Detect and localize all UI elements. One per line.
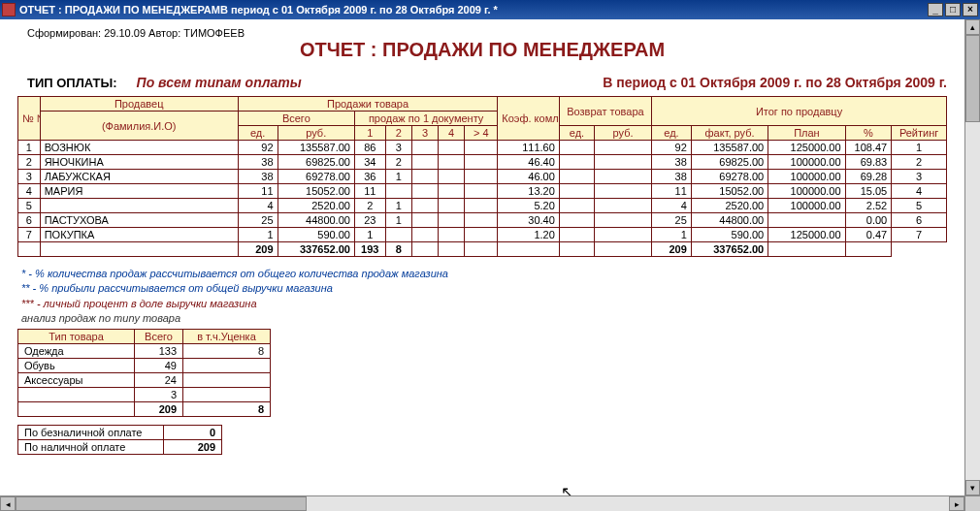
row-iplan: 125000.00: [768, 228, 845, 242]
row-iplan: 100000.00: [768, 199, 845, 213]
row-k: 30.40: [498, 213, 559, 228]
v-thumb[interactable]: [965, 35, 980, 122]
row-d4: [439, 228, 465, 242]
col-seller: Продавец: [40, 97, 238, 112]
row-ifact: 44800.00: [691, 213, 768, 228]
row-rub: 590.00: [278, 228, 354, 242]
type-total-row: 209 8: [18, 401, 271, 416]
row-red: [559, 141, 594, 155]
row-ed: 4: [238, 199, 278, 213]
h-thumb[interactable]: [16, 496, 307, 511]
row-rrub: [595, 184, 652, 199]
row-n: 6: [18, 213, 41, 228]
row-d4: [439, 141, 465, 155]
row-d1: 36: [354, 170, 385, 184]
scroll-right-button[interactable]: ▸: [949, 496, 964, 511]
paytype-value: По всем типам оплаты: [137, 75, 302, 90]
col-ifact: факт, руб.: [691, 126, 768, 141]
row-red: [559, 170, 594, 184]
row-red: [559, 199, 594, 213]
row-n: 2: [18, 155, 41, 170]
row-ied: 92: [652, 141, 692, 155]
scroll-corner: [964, 495, 980, 511]
vertical-scrollbar[interactable]: ▴ ▾: [964, 19, 980, 495]
table-row[interactable]: 1ВОЗНЮК92135587.00863111.6092135587.0012…: [18, 141, 947, 155]
table-row[interactable]: 3ЛАБУЖСКАЯ3869278.0036146.003869278.0010…: [18, 170, 947, 184]
row-d5: [465, 141, 498, 155]
row-d2: 3: [385, 141, 411, 155]
row-red: [559, 184, 594, 199]
type-name: Обувь: [18, 358, 135, 372]
row-ed: 38: [238, 170, 278, 184]
row-ifact: 2520.00: [691, 199, 768, 213]
row-rank: 3: [892, 170, 947, 184]
row-iplan: 100000.00: [768, 170, 845, 184]
h-track[interactable]: [16, 496, 949, 511]
scroll-left-button[interactable]: ◂: [0, 496, 16, 511]
col-complex: Коэф. комлекс-ности: [498, 97, 559, 141]
row-n: 3: [18, 170, 41, 184]
scroll-up-button[interactable]: ▴: [965, 19, 980, 35]
type-row: Обувь49: [18, 358, 271, 372]
table-row[interactable]: 7ПОКУПКА1590.0011.201590.00125000.000.47…: [18, 228, 947, 242]
row-ed: 11: [238, 184, 278, 199]
type-h3: в т.ч.Уценка: [183, 329, 271, 343]
scroll-down-button[interactable]: ▾: [965, 480, 980, 495]
totals-row: 209 337652.00 193 8 209 337652.00: [18, 242, 947, 257]
col-ed: ед.: [238, 126, 278, 141]
pay-cashless-label: По безналичной оплате: [18, 425, 164, 439]
note-1: * - % количества продаж рассчитывается о…: [21, 267, 947, 281]
row-d2: [385, 228, 411, 242]
col-d1: 1: [354, 126, 385, 141]
row-rub: 2520.00: [278, 199, 354, 213]
report-title: ОТЧЕТ : ПРОДАЖИ ПО МЕНЕДЖЕРАМ: [17, 39, 947, 61]
tot-d2: 8: [385, 242, 411, 257]
horizontal-scrollbar[interactable]: ◂ ▸: [0, 495, 964, 511]
col-perdoc: продаж по 1 документу: [354, 112, 497, 126]
row-rrub: [595, 155, 652, 170]
table-row[interactable]: 4МАРИЯ1115052.001113.201115052.00100000.…: [18, 184, 947, 199]
minimize-button[interactable]: _: [928, 3, 943, 16]
row-iplan: 100000.00: [768, 184, 845, 199]
app-icon: [2, 3, 16, 16]
row-d3: [411, 141, 438, 155]
row-ipct: 69.28: [845, 170, 892, 184]
col-ied: ед.: [652, 126, 692, 141]
row-d4: [439, 213, 465, 228]
row-rub: 69825.00: [278, 155, 354, 170]
row-d3: [411, 228, 438, 242]
period-value: В период с 01 Октября 2009 г. по 28 Октя…: [603, 75, 947, 90]
col-d5: > 4: [465, 126, 498, 141]
type-row: 3: [18, 387, 271, 401]
row-ifact: 69278.00: [691, 170, 768, 184]
main-table: № № Продавец Продажи товара Коэф. комлек…: [17, 96, 947, 257]
row-n: 1: [18, 141, 41, 155]
row-rub: 15052.00: [278, 184, 354, 199]
row-k: 46.00: [498, 170, 559, 184]
row-d3: [411, 184, 438, 199]
close-button[interactable]: ×: [963, 3, 978, 16]
table-row[interactable]: 6ПАСТУХОВА2544800.0023130.402544800.000.…: [18, 213, 947, 228]
v-track[interactable]: [965, 35, 980, 480]
type-name: Одежда: [18, 343, 135, 358]
type-b: [183, 358, 271, 372]
row-d3: [411, 213, 438, 228]
maximize-button[interactable]: □: [945, 3, 961, 16]
filter-row: ТИП ОПЛАТЫ: По всем типам оплаты В перио…: [27, 75, 947, 90]
col-iplan: План: [768, 126, 845, 141]
row-name: ПАСТУХОВА: [40, 213, 238, 228]
row-rank: 6: [892, 213, 947, 228]
col-d4: 4: [439, 126, 465, 141]
row-rrub: [595, 141, 652, 155]
table-row[interactable]: 5ШУШКАРЕЕВА42520.00215.2042520.00100000.…: [18, 199, 947, 213]
row-d1: 2: [354, 199, 385, 213]
table-row[interactable]: 2ЯНОЧКИНА3869825.0034246.403869825.00100…: [18, 155, 947, 170]
row-ifact: 15052.00: [691, 184, 768, 199]
row-d1: 23: [354, 213, 385, 228]
col-ipct: %: [845, 126, 892, 141]
row-name: ЛАБУЖСКАЯ: [40, 170, 238, 184]
type-b: 8: [183, 343, 271, 358]
row-ed: 92: [238, 141, 278, 155]
report-window: ОТЧЕТ : ПРОДАЖИ ПО МЕНЕДЖЕРАМВ период с …: [0, 0, 980, 511]
row-d4: [439, 184, 465, 199]
